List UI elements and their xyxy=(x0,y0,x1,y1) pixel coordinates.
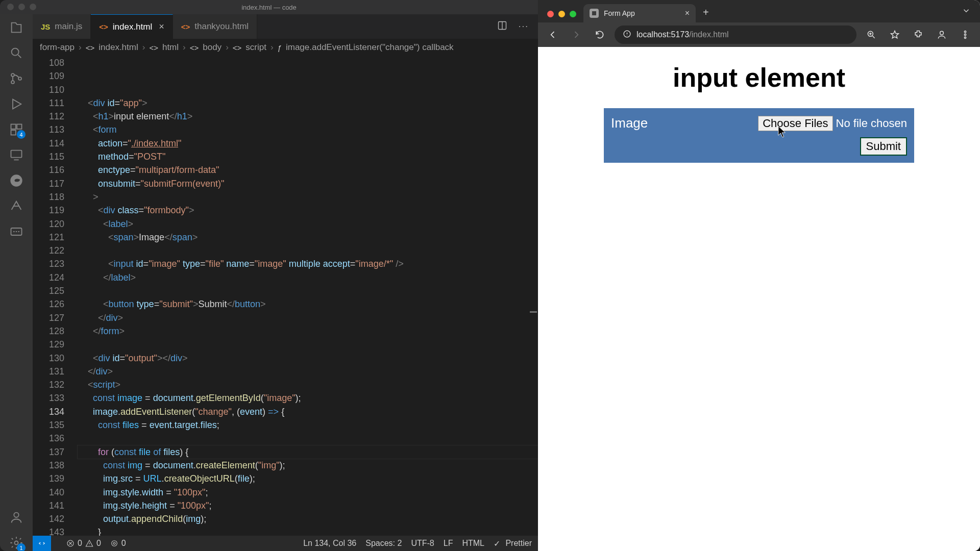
svg-rect-6 xyxy=(11,130,16,135)
status-language[interactable]: HTML xyxy=(462,539,484,548)
browser-window: Form App × + localhost:5173/index.html xyxy=(538,0,980,551)
status-eol[interactable]: LF xyxy=(444,539,453,548)
extensions-badge: 4 xyxy=(17,130,26,139)
svg-point-10 xyxy=(15,541,18,545)
editor-tab[interactable]: JSmain.js xyxy=(33,14,91,39)
edge-tools-icon[interactable] xyxy=(8,172,24,189)
breadcrumb[interactable]: form-app›<>index.html›<>html›<>body›<>sc… xyxy=(33,39,538,56)
submit-button[interactable]: Submit xyxy=(860,137,907,156)
svg-point-1 xyxy=(11,73,14,77)
choose-files-button[interactable]: Choose Files xyxy=(758,116,832,131)
minimap-viewport-indicator[interactable] xyxy=(530,311,537,313)
status-encoding[interactable]: UTF-8 xyxy=(411,539,434,548)
status-formatter[interactable]: ✓ Prettier xyxy=(494,539,532,548)
image-field-label: Image xyxy=(611,115,648,131)
traffic-zoom[interactable] xyxy=(570,11,576,17)
settings-gear-icon[interactable]: 1 xyxy=(8,535,24,551)
traffic-close[interactable] xyxy=(7,4,14,10)
close-tab-icon[interactable]: × xyxy=(159,21,164,32)
svg-point-13 xyxy=(113,542,115,544)
page-heading: input element xyxy=(558,62,960,93)
status-cursor-position[interactable]: Ln 134, Col 36 xyxy=(303,539,356,548)
svg-point-2 xyxy=(11,81,14,84)
close-tab-icon[interactable]: × xyxy=(685,9,690,18)
url-text: localhost:5173/index.html xyxy=(636,30,729,39)
browser-tab[interactable]: Form App × xyxy=(583,4,696,22)
favicon-icon xyxy=(590,9,599,18)
breadcrumb-icon: <> xyxy=(233,43,242,52)
remote-explorer-icon[interactable] xyxy=(8,147,24,163)
editor-tab[interactable]: <>thankyou.html xyxy=(173,14,257,39)
svg-point-20 xyxy=(964,37,966,38)
new-tab-button[interactable]: + xyxy=(696,7,716,22)
extensions-puzzle-icon[interactable] xyxy=(910,26,927,43)
kebab-menu-icon[interactable] xyxy=(957,26,974,43)
breadcrumb-icon: <> xyxy=(149,43,158,52)
file-input[interactable]: Choose Files No file chosen xyxy=(758,116,907,131)
extensions-icon[interactable]: 4 xyxy=(8,121,24,138)
browser-traffic-lights[interactable] xyxy=(541,11,583,22)
bookmark-star-icon[interactable] xyxy=(886,26,903,43)
traffic-minimize[interactable] xyxy=(558,11,565,17)
editor-tab[interactable]: <>index.html× xyxy=(91,14,173,39)
testing-icon[interactable] xyxy=(8,198,24,214)
ports-icon[interactable] xyxy=(8,223,24,240)
run-debug-icon[interactable] xyxy=(8,96,24,112)
forward-button[interactable] xyxy=(568,26,585,43)
reload-button[interactable] xyxy=(591,26,608,43)
traffic-close[interactable] xyxy=(547,11,554,17)
status-indent[interactable]: Spaces: 2 xyxy=(365,539,402,548)
address-bar[interactable]: localhost:5173/index.html xyxy=(615,26,856,44)
file-status-text: No file chosen xyxy=(836,117,907,130)
explorer-icon[interactable] xyxy=(8,19,24,36)
svg-point-17 xyxy=(940,31,944,35)
back-button[interactable] xyxy=(544,26,561,43)
vscode-titlebar[interactable]: index.html — code xyxy=(0,0,538,14)
activity-bar: 4 1 xyxy=(0,14,33,551)
file-type-icon: <> xyxy=(181,22,190,31)
breadcrumb-segment[interactable]: html xyxy=(162,42,179,53)
vscode-window: index.html — code 4 1 JSmain.js<>index.h… xyxy=(0,0,538,551)
status-bar[interactable]: 0 0 0 Ln 134, Col 36 Spaces: 2 UTF-8 LF … xyxy=(33,536,538,551)
profile-avatar-icon[interactable] xyxy=(933,26,950,43)
tab-label: main.js xyxy=(55,21,82,32)
breadcrumb-segment[interactable]: index.html xyxy=(99,42,138,53)
browser-toolbar: localhost:5173/index.html xyxy=(538,22,980,47)
breadcrumb-segment[interactable]: image.addEventListener("change") callbac… xyxy=(286,42,454,53)
tab-label: index.html xyxy=(113,22,152,32)
zoom-icon[interactable] xyxy=(863,26,880,43)
line-number-gutter[interactable]: 1081091101111121131141151161171181191201… xyxy=(33,56,78,536)
status-ports[interactable]: 0 xyxy=(110,539,126,548)
svg-point-14 xyxy=(111,541,117,546)
breadcrumb-icon: ƒ xyxy=(278,43,282,52)
more-actions-icon[interactable]: ··· xyxy=(519,21,529,32)
breadcrumb-segment[interactable]: script xyxy=(246,42,266,53)
traffic-minimize[interactable] xyxy=(18,4,25,10)
file-type-icon: JS xyxy=(41,22,50,31)
svg-rect-5 xyxy=(17,124,21,129)
svg-point-18 xyxy=(964,31,966,33)
code-content[interactable]: <div id="app"> <h1>input element</h1> <f… xyxy=(78,56,538,536)
vscode-traffic-lights[interactable] xyxy=(7,4,36,10)
form-body: Image Choose Files No file chosen Submit xyxy=(604,108,914,163)
browser-tab-strip: Form App × + xyxy=(538,0,980,22)
accounts-icon[interactable] xyxy=(8,509,24,525)
expand-tabs-icon[interactable] xyxy=(957,6,976,22)
svg-rect-7 xyxy=(11,151,22,158)
search-icon[interactable] xyxy=(8,45,24,61)
breadcrumb-segment[interactable]: form-app xyxy=(40,42,75,53)
svg-point-9 xyxy=(14,513,18,517)
svg-rect-4 xyxy=(11,124,16,129)
status-problems[interactable]: 0 0 xyxy=(66,539,101,548)
site-info-icon[interactable] xyxy=(623,30,631,40)
traffic-zoom[interactable] xyxy=(30,4,36,10)
remote-indicator[interactable] xyxy=(33,536,51,551)
code-editor[interactable]: 1081091101111121131141151161171181191201… xyxy=(33,56,538,536)
split-editor-icon[interactable] xyxy=(497,20,507,33)
svg-point-0 xyxy=(12,48,19,56)
browser-tab-title: Form App xyxy=(604,9,635,17)
page-content: input element Image Choose Files No file… xyxy=(538,47,980,551)
editor-area: JSmain.js<>index.html×<>thankyou.html ··… xyxy=(33,14,538,551)
source-control-icon[interactable] xyxy=(8,70,24,87)
breadcrumb-segment[interactable]: body xyxy=(203,42,222,53)
